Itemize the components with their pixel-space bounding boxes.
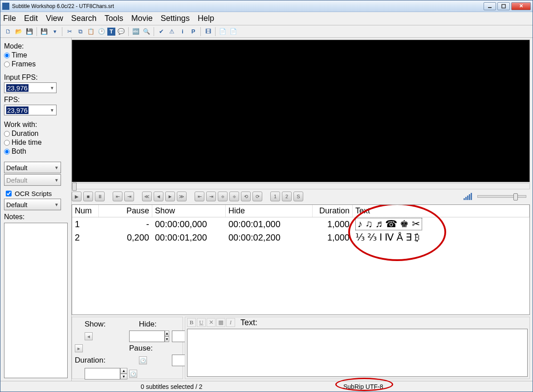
maximize-button[interactable] [497,2,510,10]
menu-file[interactable]: File [3,14,16,23]
col-duration[interactable]: Duration [313,205,353,217]
menu-help[interactable]: Help [198,14,214,23]
jump-hide-button[interactable]: ► [75,344,83,352]
menu-settings[interactable]: Settings [161,14,190,23]
cell-text: ⅓ ⅔ Ⅰ Ⅳ Å ∃ ₿ [353,231,529,244]
cell-hide: 00:00:02,200 [226,231,313,244]
point1-button[interactable]: 1 [270,192,280,201]
menu-view[interactable]: View [46,14,63,23]
subtitle-text-input[interactable] [187,329,528,377]
comment-icon[interactable]: 💬 [116,27,126,37]
status-encoding: SubRip UTF-8 [343,383,383,390]
separator [154,27,154,36]
pause-button[interactable]: ⏸ [95,192,105,201]
col-num[interactable]: Num [72,205,99,217]
separator [128,27,129,36]
copy-icon[interactable]: ⧉ [75,27,85,37]
separator [62,27,62,36]
sync1-button[interactable]: ⟲ [241,192,251,201]
fwd-button[interactable]: ► [165,192,175,201]
new-icon[interactable]: 🗋 [3,27,13,37]
sync2-button[interactable]: ⟳ [252,192,262,201]
ff-button[interactable]: ≫ [177,192,187,201]
volume-slider[interactable] [477,195,526,198]
spellcheck-icon[interactable]: ✔ [156,27,166,37]
show-input[interactable] [129,331,165,342]
markout-button[interactable]: ⇥ [206,192,216,201]
back-button[interactable]: ◄ [154,192,163,201]
prev-button[interactable]: ⇤ [113,192,122,201]
doc-icon[interactable]: 📄 [218,27,228,37]
left-panel: Mode: Time Frames Input FPS: 23,976▼ FPS… [0,38,72,381]
settings-icon[interactable]: ▾ [50,27,60,37]
markin-button[interactable]: ⇤ [195,192,204,201]
table-row[interactable]: 20,20000:00:01,20000:00:02,2001,000⅓ ⅔ Ⅰ… [72,231,529,244]
menu-tools[interactable]: Tools [105,14,123,23]
translate-icon[interactable]: 🔤 [131,27,141,37]
menu-search[interactable]: Search [71,14,97,23]
paste-icon[interactable]: 📋 [86,27,96,37]
menu-movie[interactable]: Movie [131,14,153,23]
cut-icon[interactable]: ✂ [65,27,74,37]
ww-both-radio[interactable]: Both [4,147,68,155]
next-button[interactable]: ⇥ [124,192,134,201]
table-row[interactable]: 1-00:00:00,00000:00:01,0001,000♪ ♫ ♬ ☎ ♚… [72,217,529,231]
up-icon[interactable]: ▲ [120,368,127,374]
down-icon[interactable]: ▼ [120,374,127,380]
minimize-button[interactable] [484,2,496,10]
find-icon[interactable]: 🔍 [142,27,151,37]
down-icon[interactable]: ▼ [165,336,169,342]
charset2-select[interactable]: Default▼ [4,174,61,186]
point2-button[interactable]: 2 [282,192,292,201]
mode-frames-radio[interactable]: Frames [4,60,68,68]
clock1-icon[interactable]: 🕑 [139,356,147,364]
notes-textarea[interactable] [4,223,68,378]
mode-time-radio[interactable]: Time [4,51,68,59]
ww-hide-radio[interactable]: Hide time [4,139,68,147]
bold-button[interactable]: B [187,318,196,327]
player-controls: ▶ ■ ⏸ ⇤ ⇥ ≪ ◄ ► ≫ ⇤ ⇥ ⎆ ⎆ ⟲ ⟳ 1 2 [72,190,530,203]
close-button[interactable]: ✕ [511,2,531,10]
save-icon[interactable]: 💾 [24,27,34,37]
warning-icon[interactable]: ⚠ [167,27,177,37]
ocr-select[interactable]: Default▼ [4,199,61,210]
pascal-icon[interactable]: P [188,27,198,37]
seek-slider[interactable] [72,183,530,189]
doc2-icon[interactable]: 📄 [228,27,238,37]
clock2-icon[interactable]: 🕑 [129,370,137,378]
color-button[interactable]: ▦ [216,318,225,327]
separator [200,27,201,36]
underline-button[interactable]: U [197,318,206,327]
menu-edit[interactable]: Edit [24,14,38,23]
italic-button[interactable]: I [226,318,235,327]
info-icon[interactable]: i [178,27,187,37]
text-editor: B U ✕ ▦ I Text: [185,317,530,379]
ww-duration-radio[interactable]: Duration [4,130,68,138]
video-icon[interactable]: 🎞 [203,27,213,37]
saveall-icon[interactable]: 💾 [39,27,49,37]
stop-button[interactable]: ■ [83,192,93,201]
jump-show-button[interactable]: ◄ [85,332,93,340]
setend-button[interactable]: ⎆ [229,192,239,201]
fps-select[interactable]: 23,976▼ [4,105,57,115]
ocr-scripts-check[interactable]: OCR Scripts [4,189,68,198]
col-pause[interactable]: Pause [99,205,152,217]
up-icon[interactable]: ▲ [165,331,169,336]
sync-button[interactable]: S [293,192,303,201]
subtitle-grid[interactable]: Num Pause Show Hide Duration Text 1-00:0… [72,204,530,315]
time-icon[interactable]: 🕑 [97,27,106,37]
duration-input[interactable] [85,368,120,380]
col-show[interactable]: Show [152,205,226,217]
input-fps-select[interactable]: 23,976▼ [4,82,57,93]
play-button[interactable]: ▶ [72,192,81,201]
col-hide[interactable]: Hide [226,205,313,217]
open-icon[interactable]: 📂 [14,27,24,37]
strike-button[interactable]: ✕ [207,318,216,327]
col-text[interactable]: Text [353,205,529,217]
charset-select[interactable]: Default▼ [4,162,61,173]
video-preview[interactable] [72,40,530,182]
text-icon[interactable]: T [107,28,115,36]
setstart-button[interactable]: ⎆ [218,192,228,201]
cell-num: 1 [72,217,99,231]
rewind-button[interactable]: ≪ [142,192,152,201]
